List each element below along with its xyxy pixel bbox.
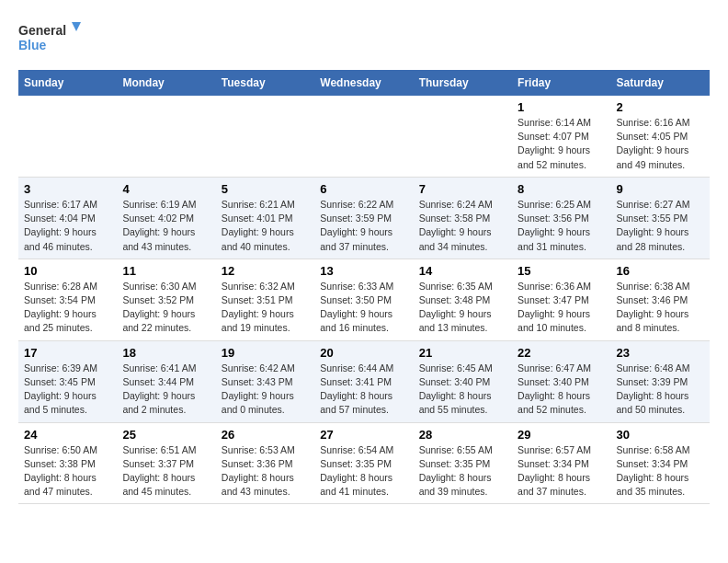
calendar-cell bbox=[18, 96, 117, 177]
calendar-cell bbox=[117, 96, 215, 177]
calendar-cell: 27Sunrise: 6:54 AM Sunset: 3:35 PM Dayli… bbox=[314, 422, 413, 504]
day-number: 27 bbox=[320, 428, 407, 442]
day-info: Sunrise: 6:53 AM Sunset: 3:36 PM Dayligh… bbox=[222, 443, 309, 500]
day-info: Sunrise: 6:42 AM Sunset: 3:43 PM Dayligh… bbox=[222, 362, 309, 418]
calendar-cell: 15Sunrise: 6:36 AM Sunset: 3:47 PM Dayli… bbox=[512, 259, 610, 340]
calendar-week-row: 10Sunrise: 6:28 AM Sunset: 3:54 PM Dayli… bbox=[18, 259, 710, 340]
calendar-week-row: 3Sunrise: 6:17 AM Sunset: 4:04 PM Daylig… bbox=[18, 177, 710, 259]
calendar-cell: 1Sunrise: 6:14 AM Sunset: 4:07 PM Daylig… bbox=[512, 96, 610, 177]
day-info: Sunrise: 6:19 AM Sunset: 4:02 PM Dayligh… bbox=[122, 198, 210, 254]
calendar-cell: 6Sunrise: 6:22 AM Sunset: 3:59 PM Daylig… bbox=[314, 177, 413, 259]
day-number: 9 bbox=[617, 182, 704, 196]
weekday-header-row: SundayMondayTuesdayWednesdayThursdayFrid… bbox=[18, 70, 710, 96]
calendar-cell: 18Sunrise: 6:41 AM Sunset: 3:44 PM Dayli… bbox=[117, 340, 215, 422]
day-number: 10 bbox=[24, 264, 111, 278]
calendar-cell: 13Sunrise: 6:33 AM Sunset: 3:50 PM Dayli… bbox=[314, 259, 413, 340]
calendar-cell: 22Sunrise: 6:47 AM Sunset: 3:40 PM Dayli… bbox=[512, 340, 610, 422]
calendar-cell: 20Sunrise: 6:44 AM Sunset: 3:41 PM Dayli… bbox=[314, 340, 413, 422]
day-number: 14 bbox=[419, 264, 506, 278]
day-info: Sunrise: 6:45 AM Sunset: 3:40 PM Dayligh… bbox=[419, 362, 506, 418]
day-info: Sunrise: 6:50 AM Sunset: 3:38 PM Dayligh… bbox=[24, 443, 111, 500]
day-number: 2 bbox=[617, 100, 704, 114]
calendar-cell: 16Sunrise: 6:38 AM Sunset: 3:46 PM Dayli… bbox=[611, 259, 710, 340]
calendar-cell: 2Sunrise: 6:16 AM Sunset: 4:05 PM Daylig… bbox=[611, 96, 710, 177]
calendar-cell: 30Sunrise: 6:58 AM Sunset: 3:34 PM Dayli… bbox=[611, 422, 710, 504]
calendar-cell: 7Sunrise: 6:24 AM Sunset: 3:58 PM Daylig… bbox=[414, 177, 512, 259]
calendar-cell: 8Sunrise: 6:25 AM Sunset: 3:56 PM Daylig… bbox=[512, 177, 610, 259]
day-number: 8 bbox=[518, 182, 605, 196]
day-number: 28 bbox=[419, 428, 506, 442]
calendar-cell bbox=[314, 96, 413, 177]
day-number: 13 bbox=[320, 264, 407, 278]
day-info: Sunrise: 6:16 AM Sunset: 4:05 PM Dayligh… bbox=[617, 116, 704, 172]
day-info: Sunrise: 6:14 AM Sunset: 4:07 PM Dayligh… bbox=[518, 116, 605, 172]
calendar-cell: 5Sunrise: 6:21 AM Sunset: 4:01 PM Daylig… bbox=[216, 177, 314, 259]
day-info: Sunrise: 6:33 AM Sunset: 3:50 PM Dayligh… bbox=[320, 280, 407, 336]
calendar-cell: 11Sunrise: 6:30 AM Sunset: 3:52 PM Dayli… bbox=[117, 259, 215, 340]
day-number: 18 bbox=[122, 346, 210, 360]
day-number: 6 bbox=[320, 182, 407, 196]
page-header: General Blue bbox=[18, 18, 710, 55]
day-info: Sunrise: 6:27 AM Sunset: 3:55 PM Dayligh… bbox=[617, 198, 704, 254]
calendar-cell: 17Sunrise: 6:39 AM Sunset: 3:45 PM Dayli… bbox=[18, 340, 117, 422]
day-number: 12 bbox=[222, 264, 309, 278]
svg-marker-2 bbox=[72, 22, 81, 31]
day-info: Sunrise: 6:39 AM Sunset: 3:45 PM Dayligh… bbox=[24, 362, 111, 418]
day-info: Sunrise: 6:54 AM Sunset: 3:35 PM Dayligh… bbox=[320, 443, 407, 500]
logo: General Blue bbox=[18, 18, 83, 55]
day-number: 16 bbox=[617, 264, 704, 278]
calendar-cell: 25Sunrise: 6:51 AM Sunset: 3:37 PM Dayli… bbox=[117, 422, 215, 504]
day-info: Sunrise: 6:41 AM Sunset: 3:44 PM Dayligh… bbox=[122, 362, 210, 418]
day-info: Sunrise: 6:30 AM Sunset: 3:52 PM Dayligh… bbox=[122, 280, 210, 336]
calendar-cell bbox=[414, 96, 512, 177]
weekday-header-wednesday: Wednesday bbox=[314, 70, 413, 96]
calendar-cell: 26Sunrise: 6:53 AM Sunset: 3:36 PM Dayli… bbox=[216, 422, 314, 504]
day-number: 20 bbox=[320, 346, 407, 360]
day-info: Sunrise: 6:25 AM Sunset: 3:56 PM Dayligh… bbox=[518, 198, 605, 254]
calendar-cell: 19Sunrise: 6:42 AM Sunset: 3:43 PM Dayli… bbox=[216, 340, 314, 422]
weekday-header-friday: Friday bbox=[512, 70, 610, 96]
day-info: Sunrise: 6:32 AM Sunset: 3:51 PM Dayligh… bbox=[222, 280, 309, 336]
day-info: Sunrise: 6:36 AM Sunset: 3:47 PM Dayligh… bbox=[518, 280, 605, 336]
day-number: 17 bbox=[24, 346, 111, 360]
day-number: 26 bbox=[222, 428, 309, 442]
day-info: Sunrise: 6:22 AM Sunset: 3:59 PM Dayligh… bbox=[320, 198, 407, 254]
calendar-week-row: 1Sunrise: 6:14 AM Sunset: 4:07 PM Daylig… bbox=[18, 96, 710, 177]
day-number: 22 bbox=[518, 346, 605, 360]
day-info: Sunrise: 6:21 AM Sunset: 4:01 PM Dayligh… bbox=[222, 198, 309, 254]
calendar-cell: 4Sunrise: 6:19 AM Sunset: 4:02 PM Daylig… bbox=[117, 177, 215, 259]
logo-svg: General Blue bbox=[18, 18, 83, 55]
day-number: 24 bbox=[24, 428, 111, 442]
day-number: 23 bbox=[617, 346, 704, 360]
day-number: 29 bbox=[518, 428, 605, 442]
weekday-header-thursday: Thursday bbox=[414, 70, 512, 96]
svg-text:Blue: Blue bbox=[18, 38, 47, 52]
calendar-cell: 10Sunrise: 6:28 AM Sunset: 3:54 PM Dayli… bbox=[18, 259, 117, 340]
weekday-header-monday: Monday bbox=[117, 70, 215, 96]
calendar-cell: 24Sunrise: 6:50 AM Sunset: 3:38 PM Dayli… bbox=[18, 422, 117, 504]
day-number: 21 bbox=[419, 346, 506, 360]
weekday-header-saturday: Saturday bbox=[611, 70, 710, 96]
day-number: 4 bbox=[122, 182, 210, 196]
day-info: Sunrise: 6:28 AM Sunset: 3:54 PM Dayligh… bbox=[24, 280, 111, 336]
calendar-week-row: 17Sunrise: 6:39 AM Sunset: 3:45 PM Dayli… bbox=[18, 340, 710, 422]
day-info: Sunrise: 6:57 AM Sunset: 3:34 PM Dayligh… bbox=[518, 443, 605, 500]
day-info: Sunrise: 6:17 AM Sunset: 4:04 PM Dayligh… bbox=[24, 198, 111, 254]
day-info: Sunrise: 6:24 AM Sunset: 3:58 PM Dayligh… bbox=[419, 198, 506, 254]
calendar-table: SundayMondayTuesdayWednesdayThursdayFrid… bbox=[18, 70, 710, 504]
day-info: Sunrise: 6:44 AM Sunset: 3:41 PM Dayligh… bbox=[320, 362, 407, 418]
day-info: Sunrise: 6:38 AM Sunset: 3:46 PM Dayligh… bbox=[617, 280, 704, 336]
day-info: Sunrise: 6:48 AM Sunset: 3:39 PM Dayligh… bbox=[617, 362, 704, 418]
calendar-week-row: 24Sunrise: 6:50 AM Sunset: 3:38 PM Dayli… bbox=[18, 422, 710, 504]
svg-text:General: General bbox=[18, 23, 66, 38]
day-number: 25 bbox=[122, 428, 210, 442]
day-number: 3 bbox=[24, 182, 111, 196]
day-number: 15 bbox=[518, 264, 605, 278]
day-info: Sunrise: 6:58 AM Sunset: 3:34 PM Dayligh… bbox=[617, 443, 704, 500]
weekday-header-sunday: Sunday bbox=[18, 70, 117, 96]
day-number: 1 bbox=[518, 100, 605, 114]
calendar-cell: 29Sunrise: 6:57 AM Sunset: 3:34 PM Dayli… bbox=[512, 422, 610, 504]
calendar-cell: 21Sunrise: 6:45 AM Sunset: 3:40 PM Dayli… bbox=[414, 340, 512, 422]
day-number: 7 bbox=[419, 182, 506, 196]
calendar-cell: 9Sunrise: 6:27 AM Sunset: 3:55 PM Daylig… bbox=[611, 177, 710, 259]
